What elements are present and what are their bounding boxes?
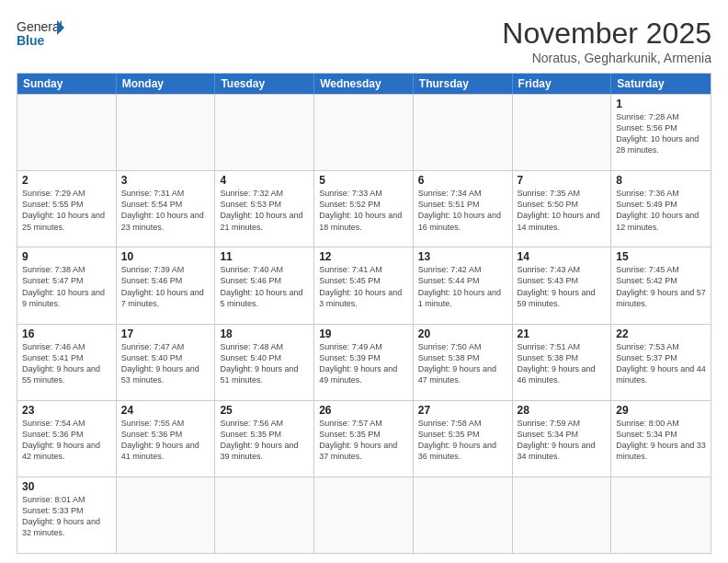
day-info: Sunrise: 7:51 AM Sunset: 5:38 PM Dayligh…: [518, 341, 607, 386]
calendar-header: Sunday Monday Tuesday Wednesday Thursday…: [17, 74, 711, 94]
day-info: Sunrise: 7:43 AM Sunset: 5:43 PM Dayligh…: [518, 264, 607, 309]
day-number: 30: [22, 480, 111, 493]
day-info: Sunrise: 7:40 AM Sunset: 5:46 PM Dayligh…: [220, 264, 309, 309]
day-info: Sunrise: 7:38 AM Sunset: 5:47 PM Dayligh…: [22, 264, 111, 309]
day-15: 15Sunrise: 7:45 AM Sunset: 5:42 PM Dayli…: [611, 247, 711, 323]
day-info: Sunrise: 7:31 AM Sunset: 5:54 PM Dayligh…: [121, 188, 210, 233]
day-8: 8Sunrise: 7:36 AM Sunset: 5:49 PM Daylig…: [611, 171, 711, 247]
day-number: 7: [518, 174, 607, 187]
day-number: 3: [121, 174, 210, 187]
day-number: 8: [616, 174, 706, 187]
day-info: Sunrise: 7:45 AM Sunset: 5:42 PM Dayligh…: [616, 264, 706, 309]
day-info: Sunrise: 7:47 AM Sunset: 5:40 PM Dayligh…: [121, 341, 210, 386]
svg-text:General: General: [17, 19, 63, 34]
day-info: Sunrise: 7:57 AM Sunset: 5:35 PM Dayligh…: [319, 418, 408, 463]
empty-cell-w5-c4: [414, 477, 513, 553]
header-thursday: Thursday: [414, 74, 513, 94]
day-number: 25: [220, 404, 309, 417]
logo: General Blue: [17, 17, 64, 50]
day-13: 13Sunrise: 7:42 AM Sunset: 5:44 PM Dayli…: [414, 247, 513, 323]
day-7: 7Sunrise: 7:35 AM Sunset: 5:50 PM Daylig…: [513, 171, 612, 247]
day-info: Sunrise: 7:46 AM Sunset: 5:41 PM Dayligh…: [22, 341, 111, 386]
empty-cell-w5-c1: [117, 477, 216, 553]
header-monday: Monday: [117, 74, 216, 94]
empty-cell-w5-c6: [611, 477, 711, 553]
day-16: 16Sunrise: 7:46 AM Sunset: 5:41 PM Dayli…: [17, 325, 117, 400]
calendar: Sunday Monday Tuesday Wednesday Thursday…: [17, 73, 711, 554]
day-number: 2: [22, 174, 111, 187]
calendar-week-3: 9Sunrise: 7:38 AM Sunset: 5:47 PM Daylig…: [17, 247, 711, 323]
day-number: 5: [319, 174, 408, 187]
day-number: 14: [518, 250, 607, 263]
day-27: 27Sunrise: 7:58 AM Sunset: 5:35 PM Dayli…: [414, 401, 513, 477]
day-info: Sunrise: 7:32 AM Sunset: 5:53 PM Dayligh…: [220, 188, 309, 233]
day-info: Sunrise: 7:56 AM Sunset: 5:35 PM Dayligh…: [220, 418, 309, 463]
calendar-week-5: 23Sunrise: 7:54 AM Sunset: 5:36 PM Dayli…: [17, 400, 711, 477]
day-4: 4Sunrise: 7:32 AM Sunset: 5:53 PM Daylig…: [215, 171, 314, 247]
title-block: November 2025 Noratus, Gegharkunik, Arme…: [502, 17, 711, 65]
day-17: 17Sunrise: 7:47 AM Sunset: 5:40 PM Dayli…: [117, 325, 216, 400]
day-info: Sunrise: 7:36 AM Sunset: 5:49 PM Dayligh…: [616, 188, 706, 233]
day-3: 3Sunrise: 7:31 AM Sunset: 5:54 PM Daylig…: [117, 171, 216, 247]
header: General Blue November 2025 Noratus, Gegh…: [17, 17, 711, 65]
day-2: 2Sunrise: 7:29 AM Sunset: 5:55 PM Daylig…: [17, 171, 117, 247]
empty-cell-w5-c5: [513, 477, 612, 553]
header-friday: Friday: [513, 74, 612, 94]
day-number: 18: [220, 327, 309, 340]
calendar-week-1: 1Sunrise: 7:28 AM Sunset: 5:56 PM Daylig…: [17, 94, 711, 170]
day-info: Sunrise: 7:58 AM Sunset: 5:35 PM Dayligh…: [418, 418, 507, 463]
day-info: Sunrise: 7:39 AM Sunset: 5:46 PM Dayligh…: [121, 264, 210, 309]
day-number: 28: [518, 404, 607, 417]
day-20: 20Sunrise: 7:50 AM Sunset: 5:38 PM Dayli…: [414, 325, 513, 400]
day-1: 1Sunrise: 7:28 AM Sunset: 5:56 PM Daylig…: [611, 95, 711, 170]
empty-cell-w5-c2: [215, 477, 314, 553]
empty-cell-w0-c3: [314, 95, 414, 170]
day-14: 14Sunrise: 7:43 AM Sunset: 5:43 PM Dayli…: [513, 247, 612, 323]
header-wednesday: Wednesday: [314, 74, 414, 94]
day-number: 23: [22, 404, 111, 417]
day-number: 1: [616, 98, 706, 110]
generalblue-logo-icon: General Blue: [17, 17, 64, 50]
day-9: 9Sunrise: 7:38 AM Sunset: 5:47 PM Daylig…: [17, 247, 117, 323]
month-title: November 2025: [502, 17, 711, 51]
day-number: 26: [319, 404, 408, 417]
day-number: 13: [418, 250, 507, 263]
day-info: Sunrise: 7:59 AM Sunset: 5:34 PM Dayligh…: [518, 418, 607, 463]
calendar-body: 1Sunrise: 7:28 AM Sunset: 5:56 PM Daylig…: [17, 94, 711, 553]
page: General Blue November 2025 Noratus, Gegh…: [0, 0, 728, 563]
day-number: 15: [616, 250, 706, 263]
day-number: 17: [121, 327, 210, 340]
day-26: 26Sunrise: 7:57 AM Sunset: 5:35 PM Dayli…: [314, 401, 414, 477]
day-11: 11Sunrise: 7:40 AM Sunset: 5:46 PM Dayli…: [215, 247, 314, 323]
day-info: Sunrise: 7:28 AM Sunset: 5:56 PM Dayligh…: [616, 111, 706, 156]
day-29: 29Sunrise: 8:00 AM Sunset: 5:34 PM Dayli…: [611, 401, 711, 477]
calendar-week-2: 2Sunrise: 7:29 AM Sunset: 5:55 PM Daylig…: [17, 170, 711, 247]
day-number: 10: [121, 250, 210, 263]
empty-cell-w5-c3: [314, 477, 414, 553]
day-info: Sunrise: 7:42 AM Sunset: 5:44 PM Dayligh…: [418, 264, 507, 309]
day-number: 24: [121, 404, 210, 417]
day-23: 23Sunrise: 7:54 AM Sunset: 5:36 PM Dayli…: [17, 401, 117, 477]
day-30: 30Sunrise: 8:01 AM Sunset: 5:33 PM Dayli…: [17, 477, 117, 553]
day-info: Sunrise: 8:00 AM Sunset: 5:34 PM Dayligh…: [616, 418, 706, 463]
day-number: 6: [418, 174, 507, 187]
day-info: Sunrise: 7:54 AM Sunset: 5:36 PM Dayligh…: [22, 418, 111, 463]
day-28: 28Sunrise: 7:59 AM Sunset: 5:34 PM Dayli…: [513, 401, 612, 477]
day-info: Sunrise: 7:29 AM Sunset: 5:55 PM Dayligh…: [22, 188, 111, 233]
day-number: 9: [22, 250, 111, 263]
day-info: Sunrise: 7:53 AM Sunset: 5:37 PM Dayligh…: [616, 341, 706, 386]
header-tuesday: Tuesday: [215, 74, 314, 94]
day-19: 19Sunrise: 7:49 AM Sunset: 5:39 PM Dayli…: [314, 325, 414, 400]
empty-cell-w0-c0: [17, 95, 117, 170]
day-18: 18Sunrise: 7:48 AM Sunset: 5:40 PM Dayli…: [215, 325, 314, 400]
day-number: 11: [220, 250, 309, 263]
day-info: Sunrise: 7:34 AM Sunset: 5:51 PM Dayligh…: [418, 188, 507, 233]
day-21: 21Sunrise: 7:51 AM Sunset: 5:38 PM Dayli…: [513, 325, 612, 400]
day-info: Sunrise: 7:50 AM Sunset: 5:38 PM Dayligh…: [418, 341, 507, 386]
empty-cell-w0-c2: [215, 95, 314, 170]
header-saturday: Saturday: [611, 74, 711, 94]
day-number: 4: [220, 174, 309, 187]
day-number: 16: [22, 327, 111, 340]
day-number: 27: [418, 404, 507, 417]
day-info: Sunrise: 7:55 AM Sunset: 5:36 PM Dayligh…: [121, 418, 210, 463]
